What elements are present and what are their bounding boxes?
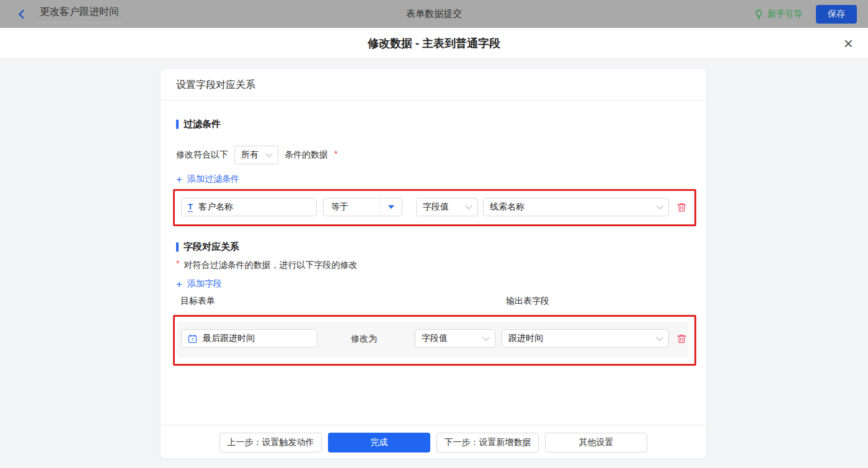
field-mapping-panel: 设置字段对应关系 过滤条件 修改符合以下 所有 条件的数据 * + 添加过滤条件 <box>160 68 707 459</box>
chevron-down-icon <box>265 150 272 157</box>
add-field-label: 添加字段 <box>187 278 222 289</box>
beginner-guide-link[interactable]: 新手引导 <box>754 9 802 20</box>
save-button[interactable]: 保存 <box>816 5 857 24</box>
lightbulb-icon <box>754 9 764 19</box>
mapping-section-label: 字段对应关系 <box>184 241 239 253</box>
beginner-guide-label: 新手引导 <box>768 9 802 20</box>
section-bar-icon <box>176 242 179 252</box>
topbar: 更改客户跟进时间 表单数据提交 新手引导 保存 <box>0 0 868 28</box>
text-field-icon: T <box>188 203 193 212</box>
operator-value: 等于 <box>324 201 379 213</box>
filter-section-title: 过滤条件 <box>176 118 221 130</box>
chevron-left-icon <box>16 9 27 20</box>
other-settings-button[interactable]: 其他设置 <box>545 433 647 453</box>
delete-filter-row-button[interactable] <box>675 200 688 214</box>
value-type-select[interactable]: 字段值 <box>416 198 478 216</box>
plus-icon: + <box>176 279 182 289</box>
output-field-value: 跟进时间 <box>508 333 543 344</box>
delete-mapping-row-button[interactable] <box>675 332 688 345</box>
caret-down-icon <box>388 205 394 209</box>
add-filter-condition-label: 添加过滤条件 <box>187 174 239 185</box>
next-step-button[interactable]: 下一步：设置新增数据 <box>436 433 539 453</box>
condition-prefix: 修改符合以下 <box>176 149 228 161</box>
trash-icon <box>676 333 687 344</box>
back-button[interactable] <box>16 9 27 20</box>
screen: 更改客户跟进时间 表单数据提交 新手引导 保存 修改数据 - 主表到普通字段 ×… <box>0 0 868 468</box>
modal-title: 修改数据 - 主表到普通字段 <box>368 36 500 51</box>
operator-select[interactable]: 等于 <box>323 198 402 216</box>
calendar-day-text: 7 <box>191 337 193 342</box>
calendar-icon: 7 <box>188 334 197 343</box>
modal-body: 设置字段对应关系 过滤条件 修改符合以下 所有 条件的数据 * + 添加过滤条件 <box>0 59 868 468</box>
required-mark: * <box>334 149 337 159</box>
page-title: 表单数据提交 <box>0 8 868 20</box>
modify-to-label: 修改为 <box>351 329 377 348</box>
section-bar-icon <box>176 120 179 129</box>
compare-value: 线索名称 <box>490 201 525 213</box>
add-field-link[interactable]: + 添加字段 <box>176 278 222 289</box>
filter-section-label: 过滤条件 <box>184 118 221 130</box>
condition-scope-select[interactable]: 所有 <box>234 146 278 164</box>
target-field-value: 最后跟进时间 <box>203 333 255 344</box>
close-icon[interactable]: × <box>844 35 853 51</box>
value-type-value: 字段值 <box>423 201 449 213</box>
compare-value-select[interactable]: 线索名称 <box>483 198 669 216</box>
done-button[interactable]: 完成 <box>328 433 430 453</box>
mapping-value-type-value: 字段值 <box>422 333 448 344</box>
condition-suffix: 条件的数据 <box>285 149 328 161</box>
operator-trigger[interactable] <box>379 198 402 216</box>
mapping-section-title: 字段对应关系 <box>176 241 239 253</box>
panel-title: 设置字段对应关系 <box>161 69 706 100</box>
chevron-down-icon <box>482 333 489 340</box>
flow-title-input[interactable]: 更改客户跟进时间 <box>37 6 122 23</box>
topbar-right: 新手引导 保存 <box>754 5 857 24</box>
filter-field-input[interactable]: T 客户名称 <box>181 198 317 216</box>
modal-header: 修改数据 - 主表到普通字段 × <box>0 28 868 59</box>
column-header-target-form: 目标表单 <box>180 296 215 307</box>
filter-condition-row: 修改符合以下 所有 条件的数据 * <box>176 146 337 164</box>
required-mark: * <box>176 258 179 268</box>
plus-icon: + <box>176 174 182 185</box>
target-field-input[interactable]: 7 最后跟进时间 <box>181 329 317 348</box>
panel-footer: 上一步：设置触发动作 完成 下一步：设置新增数据 其他设置 <box>161 425 706 458</box>
add-filter-condition-link[interactable]: + 添加过滤条件 <box>176 174 239 185</box>
chevron-down-icon <box>656 333 663 340</box>
chevron-down-icon <box>656 202 663 209</box>
filter-field-value: 客户名称 <box>198 201 233 213</box>
trash-icon <box>676 202 687 213</box>
condition-scope-value: 所有 <box>241 149 259 161</box>
mapping-note: * 对符合过滤条件的数据，进行以下字段的修改 <box>176 260 357 271</box>
prev-step-button[interactable]: 上一步：设置触发动作 <box>219 433 322 453</box>
topbar-left: 更改客户跟进时间 <box>16 6 122 23</box>
mapping-value-type-select[interactable]: 字段值 <box>415 329 495 348</box>
chevron-down-icon <box>465 202 472 209</box>
column-header-output-field: 输出表字段 <box>506 296 549 307</box>
output-field-select[interactable]: 跟进时间 <box>502 329 669 348</box>
mapping-note-text: 对符合过滤条件的数据，进行以下字段的修改 <box>184 260 357 271</box>
